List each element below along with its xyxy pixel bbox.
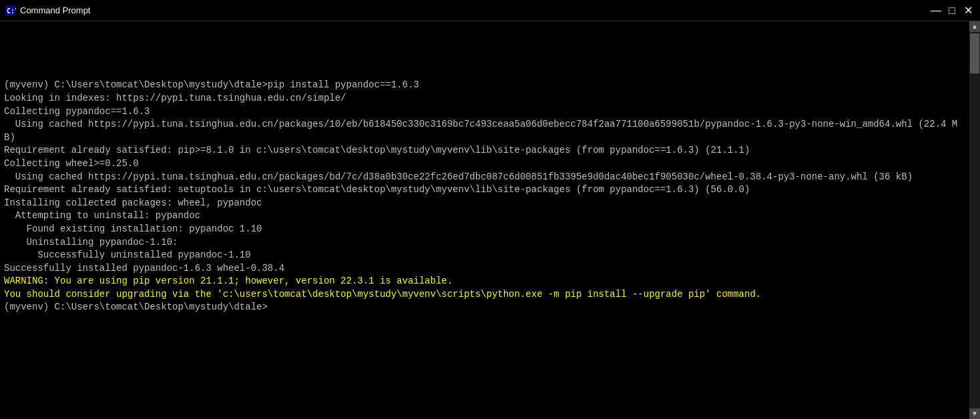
terminal-line: Requirement already satisfied: pip>=8.1.… [4, 144, 965, 157]
window: C:\ Command Prompt — □ ✕ (myvenv) C:\Use… [0, 0, 980, 419]
terminal-line: Requirement already satisfied: setuptool… [4, 183, 965, 197]
terminal-line: Using cached https://pypi.tuna.tsinghua.… [4, 118, 965, 144]
title-bar-controls: — □ ✕ [929, 4, 975, 17]
terminal-line: Using cached https://pypi.tuna.tsinghua.… [4, 171, 965, 184]
content-area: (myvenv) C:\Users\tomcat\Desktop\mystudy… [0, 21, 980, 419]
maximize-button[interactable]: □ [945, 4, 959, 17]
terminal-line: (myvenv) C:\Users\tomcat\Desktop\mystudy… [4, 301, 965, 314]
scrollbar[interactable]: ▲ ▼ [969, 21, 980, 419]
svg-text:C:\: C:\ [7, 7, 16, 15]
terminal-line: Attempting to uninstall: pypandoc [4, 210, 965, 223]
terminal[interactable]: (myvenv) C:\Users\tomcat\Desktop\mystudy… [0, 21, 969, 419]
title-bar: C:\ Command Prompt — □ ✕ [0, 0, 980, 21]
minimize-button[interactable]: — [929, 4, 943, 17]
close-button[interactable]: ✕ [961, 4, 975, 17]
terminal-line: Collecting wheel>=0.25.0 [4, 157, 965, 171]
terminal-line: Successfully installed pypandoc-1.6.3 wh… [4, 262, 965, 276]
terminal-line: Uninstalling pypandoc-1.10: [4, 236, 965, 250]
terminal-line: Installing collected packages: wheel, py… [4, 197, 965, 210]
scrollbar-track[interactable] [969, 32, 980, 408]
title-bar-left: C:\ Command Prompt [5, 5, 90, 16]
terminal-line: Found existing installation: pypandoc 1.… [4, 223, 965, 236]
window-title: Command Prompt [20, 5, 90, 15]
terminal-line: (myvenv) C:\Users\tomcat\Desktop\mystudy… [4, 79, 965, 92]
scroll-down-arrow[interactable]: ▼ [969, 408, 980, 419]
terminal-content: (myvenv) C:\Users\tomcat\Desktop\mystudy… [4, 53, 965, 419]
terminal-line: Successfully uninstalled pypandoc-1.10 [4, 249, 965, 262]
scrollbar-thumb[interactable] [970, 33, 979, 73]
cmd-icon: C:\ [5, 5, 16, 16]
scroll-up-arrow[interactable]: ▲ [969, 21, 980, 32]
terminal-line: Looking in indexes: https://pypi.tuna.ts… [4, 92, 965, 105]
terminal-line: Collecting pypandoc==1.6.3 [4, 105, 965, 119]
terminal-line: WARNING: You are using pip version 21.1.… [4, 275, 965, 288]
terminal-line: You should consider upgrading via the 'c… [4, 288, 965, 302]
